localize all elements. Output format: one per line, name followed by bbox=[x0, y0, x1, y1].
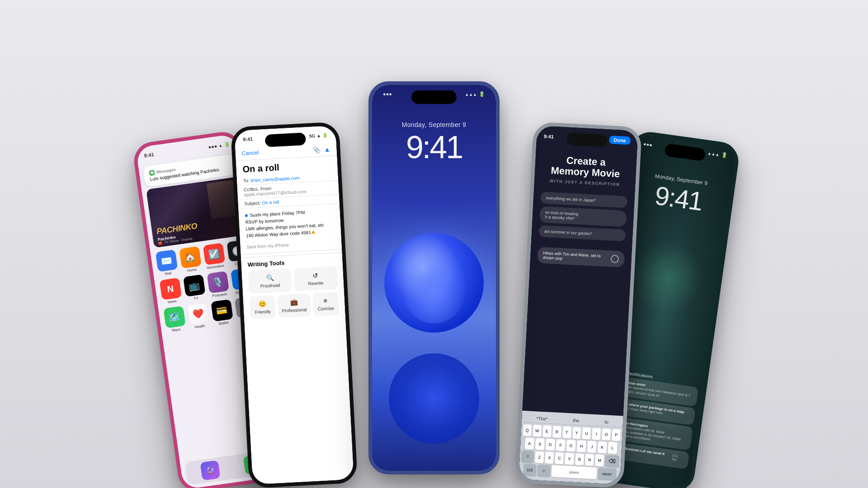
professional-icon: 💼 bbox=[290, 299, 298, 306]
app-news[interactable]: N News bbox=[159, 277, 182, 305]
phone1-time: 9:41 bbox=[144, 152, 155, 159]
phone4-input-text: Hikes with Tim and Marie, set todream po… bbox=[543, 251, 601, 263]
phone4-suggestion-2[interactable]: the bbox=[573, 418, 579, 423]
phone3-date: Monday, September 9 bbox=[372, 121, 496, 128]
key-e[interactable]: E bbox=[542, 425, 552, 437]
key-z[interactable]: Z bbox=[535, 451, 544, 463]
phone4-subtitle: WITH JUST A DESCRIPTION bbox=[543, 178, 627, 188]
phone4-input-row[interactable]: Hikes with Tim and Marie, set todream po… bbox=[537, 247, 625, 268]
app-home-label: Home bbox=[187, 267, 197, 273]
key-u[interactable]: U bbox=[582, 427, 591, 440]
phone-4: 9:41 Done Create aMemory Movie WITH JUST… bbox=[515, 122, 642, 488]
key-x[interactable]: X bbox=[545, 452, 554, 464]
key-g[interactable]: G bbox=[566, 440, 576, 452]
phone4-time: 9:41 bbox=[544, 133, 554, 139]
key-o[interactable]: O bbox=[602, 428, 611, 441]
key-return[interactable]: return bbox=[598, 468, 616, 480]
tool-proofread[interactable]: 🔍 Proofread bbox=[248, 268, 292, 294]
phone3-wallpaper-orb bbox=[384, 233, 484, 333]
key-space[interactable]: space bbox=[551, 465, 597, 479]
tool-professional[interactable]: 💼 Professional bbox=[278, 293, 311, 318]
phone2-subject-value: On a roll bbox=[262, 199, 279, 205]
key-shift[interactable]: ⇧ bbox=[521, 450, 534, 463]
key-a[interactable]: A bbox=[525, 437, 534, 450]
phone3-dynamic-island bbox=[411, 90, 457, 104]
key-h[interactable]: H bbox=[576, 440, 586, 452]
phone4-done-btn[interactable]: Done bbox=[609, 136, 631, 145]
phone4-dynamic-island bbox=[566, 132, 608, 147]
phone-2: 9:41 5G ▲ 🔋 Cancel 📎 ▲ On a rol bbox=[231, 122, 358, 488]
key-y[interactable]: Y bbox=[572, 427, 581, 439]
phone4-suggestion-3[interactable]: to bbox=[604, 419, 609, 424]
phone3-bottom-orb bbox=[389, 353, 479, 444]
app-podcasts-label: Podcasts bbox=[212, 292, 227, 298]
phone4-suggestion-1[interactable]: *The* bbox=[536, 416, 548, 421]
key-l[interactable]: L bbox=[608, 442, 617, 454]
phone2-tools-row2: 😊 Friendly 💼 Professional ≡ Concise bbox=[243, 291, 345, 323]
rewrite-label: Rewrite bbox=[308, 281, 323, 286]
phone4-prompt-3: ast summer in our garden* bbox=[538, 225, 626, 242]
key-p[interactable]: P bbox=[612, 429, 621, 441]
notif-4-time: 35m ago bbox=[671, 454, 684, 462]
tool-friendly[interactable]: 😊 Friendly bbox=[249, 295, 276, 319]
key-d[interactable]: D bbox=[546, 439, 555, 451]
notif-3-content: Kevin Harrington Re: Consultation with D… bbox=[617, 420, 688, 446]
key-m[interactable]: M bbox=[595, 454, 604, 466]
dock-siri[interactable]: 🔮 bbox=[200, 460, 220, 480]
phone2-from-value: apple.marcom077@icloud.com bbox=[244, 189, 306, 197]
app-health[interactable]: ❤️ Health bbox=[187, 302, 210, 330]
key-c[interactable]: C bbox=[555, 452, 564, 465]
key-q[interactable]: Q bbox=[523, 424, 532, 436]
concise-icon: ≡ bbox=[323, 297, 327, 304]
app-reminders[interactable]: ☑️ Reminders bbox=[203, 243, 226, 270]
app-health-label: Health bbox=[194, 324, 205, 329]
key-emoji[interactable]: ☺ bbox=[537, 465, 550, 477]
phone2-time: 9:41 bbox=[243, 136, 253, 142]
rewrite-icon: ↺ bbox=[312, 272, 318, 279]
app-home[interactable]: 🏠 Home bbox=[179, 246, 202, 274]
key-s[interactable]: S bbox=[535, 438, 545, 450]
app-maps[interactable]: 🗺️ Maps bbox=[163, 306, 186, 333]
tool-rewrite[interactable]: ↺ Rewrite bbox=[293, 266, 338, 291]
key-t[interactable]: T bbox=[562, 427, 571, 439]
phone4-prompts-list: everything we ate in Japan* eo trick-or-… bbox=[531, 187, 635, 249]
professional-label: Professional bbox=[282, 307, 307, 314]
app-podcasts[interactable]: 🎙️ Podcasts bbox=[206, 271, 230, 299]
key-j[interactable]: J bbox=[587, 441, 596, 453]
app-maps-label: Maps bbox=[171, 327, 181, 333]
key-i[interactable]: I bbox=[592, 428, 601, 440]
app-news-label: News bbox=[167, 299, 177, 305]
app-tv-label: TV bbox=[193, 296, 198, 300]
phone2-to-value[interactable]: brian_carey@apple.com bbox=[250, 175, 300, 183]
app-tv[interactable]: 📺 TV bbox=[183, 274, 206, 302]
phone4-content: 9:41 Done Create aMemory Movie WITH JUST… bbox=[519, 126, 638, 485]
key-n[interactable]: N bbox=[585, 454, 594, 466]
phone4-prompt-2: eo trick-or-treatingh a spooky vibe* bbox=[539, 206, 627, 227]
key-v[interactable]: V bbox=[565, 453, 574, 465]
friendly-label: Friendly bbox=[255, 309, 271, 315]
phone2-cursor-blue bbox=[245, 214, 248, 217]
app-wallet[interactable]: 💳 Wallet bbox=[210, 299, 234, 327]
phone4-check-circle[interactable] bbox=[610, 255, 619, 263]
phone2-cancel-btn[interactable]: Cancel bbox=[241, 150, 259, 158]
key-f[interactable]: F bbox=[556, 439, 566, 451]
phone2-content: 9:41 5G ▲ 🔋 Cancel 📎 ▲ On a rol bbox=[234, 126, 354, 485]
app-mail-label: Mail bbox=[165, 271, 172, 276]
app-wallet-label: Wallet bbox=[218, 320, 229, 326]
key-r[interactable]: R bbox=[552, 426, 561, 438]
app-mail[interactable]: ✉️ Mail bbox=[155, 249, 179, 277]
phone4-create-title: Create aMemory Movie bbox=[543, 154, 627, 180]
phone4-prompt-1: everything we ate in Japan* bbox=[540, 192, 627, 208]
proofread-label: Proofread bbox=[260, 283, 280, 289]
key-b[interactable]: B bbox=[575, 453, 585, 465]
key-k[interactable]: K bbox=[597, 441, 607, 454]
phone3-time: 9:41 bbox=[372, 129, 496, 165]
key-123[interactable]: 123 bbox=[523, 464, 536, 476]
phone4-keyboard: *The* the to Q W E R T Y U I O P bbox=[519, 411, 623, 485]
key-delete[interactable]: ⌫ bbox=[605, 455, 619, 468]
key-w[interactable]: W bbox=[533, 425, 542, 437]
phone4-main-text: Create aMemory Movie WITH JUST A DESCRIP… bbox=[534, 140, 637, 192]
phone2-email-body[interactable]: Sushi my place Friday 7PM RSVP by tomorr… bbox=[238, 203, 341, 243]
tool-concise[interactable]: ≡ Concise bbox=[312, 292, 339, 316]
friendly-icon: 😊 bbox=[259, 300, 267, 308]
